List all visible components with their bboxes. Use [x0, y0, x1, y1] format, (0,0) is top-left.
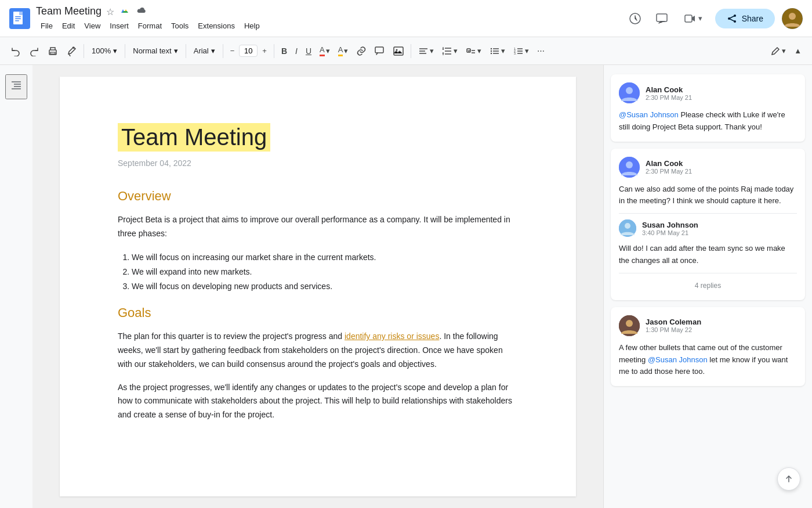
comment-card-3: Jason Coleman 1:30 PM May 22 A few other… [611, 307, 805, 386]
comment-card-2: Alan Cook 2:30 PM May 21 Can we also add… [611, 149, 805, 300]
reply-susan-meta: Susan Johnson 3:40 PM May 21 [642, 221, 698, 236]
toolbar-divider-5 [274, 44, 274, 58]
document-title[interactable]: Team Meeting [118, 123, 270, 152]
print-button[interactable] [44, 42, 61, 60]
font-size-input[interactable] [239, 45, 258, 57]
document-area[interactable]: Team Meeting September 04, 2022 Overview… [32, 65, 603, 508]
user-avatar[interactable] [782, 8, 803, 29]
svg-text:3.: 3. [514, 52, 516, 55]
goals-paragraph-1[interactable]: The plan for this quarter is to review t… [118, 330, 518, 371]
font-size-control: − + [227, 43, 270, 59]
comment-insert-button[interactable] [371, 42, 389, 60]
comment-3-body: A few other bullets that came out of the… [619, 342, 797, 378]
menu-edit[interactable]: Edit [57, 19, 79, 33]
svg-rect-18 [375, 47, 383, 53]
svg-rect-17 [50, 52, 55, 54]
link-button[interactable] [353, 42, 370, 60]
font-size-increase[interactable]: + [259, 43, 270, 59]
paragraph-style-selector[interactable]: Normal text ▾ [129, 44, 182, 58]
line-spacing-button[interactable]: ▾ [438, 42, 461, 60]
comment-2-body: Can we also add some of the points Raj m… [619, 183, 797, 208]
reply-susan-time: 3:40 PM May 21 [642, 229, 698, 236]
goals-para1-before: The plan for this quarter is to review t… [118, 332, 345, 341]
goals-paragraph-2[interactable]: As the project progresses, we'll identif… [118, 381, 518, 422]
font-size-decrease[interactable]: − [227, 43, 238, 59]
comment-3-time: 1:30 PM May 22 [646, 326, 701, 333]
comment-2-header: Alan Cook 2:30 PM May 21 [619, 157, 797, 178]
font-family-value: Arial [194, 46, 209, 55]
bold-button[interactable]: B [278, 43, 291, 59]
zoom-value: 100% [92, 46, 111, 55]
video-chevron: ▾ [698, 14, 702, 23]
more-options-button[interactable]: ⋯ [534, 43, 548, 59]
svg-point-32 [491, 52, 492, 53]
menu-format[interactable]: Format [133, 19, 166, 33]
text-color-button[interactable]: A ▾ [316, 42, 334, 60]
document-page[interactable]: Team Meeting September 04, 2022 Overview… [60, 77, 576, 496]
share-label: Share [742, 14, 763, 23]
underline-button[interactable]: U [302, 43, 315, 59]
comment-3-avatar [619, 315, 640, 336]
list-item[interactable]: We will expand into new markets. [132, 265, 518, 279]
comment-2-time: 2:30 PM May 21 [646, 168, 692, 175]
drive-button[interactable] [119, 4, 132, 19]
pen-tool-button[interactable]: ▾ [767, 42, 789, 60]
comment-1-body: @Susan Johnson Please check with Luke if… [619, 109, 797, 134]
svg-rect-3 [15, 16, 21, 17]
svg-point-31 [491, 50, 492, 51]
comment-3-author: Jason Coleman [646, 318, 701, 326]
align-button[interactable]: ▾ [415, 42, 437, 60]
checklist-button[interactable]: ▾ [462, 42, 485, 60]
overview-paragraph[interactable]: Project Beta is a project that aims to i… [118, 213, 518, 241]
goals-para1-highlight: identify any risks or issues [345, 332, 439, 341]
menu-file[interactable]: File [36, 19, 57, 33]
undo-button[interactable] [7, 42, 24, 60]
toolbar-divider-1 [84, 44, 84, 58]
paint-format-button[interactable] [63, 42, 80, 60]
menu-help[interactable]: Help [240, 19, 264, 33]
highlight-button[interactable]: A ▾ [335, 42, 352, 60]
comment-1-mention: @Susan Johnson [619, 110, 679, 119]
title-section: Team Meeting ☆ File Edit View Insert For… [36, 4, 625, 33]
comment-card-1: Alan Cook 2:30 PM May 21 @Susan Johnson … [611, 74, 805, 142]
redo-button[interactable] [26, 42, 43, 60]
comments-panel: Alan Cook 2:30 PM May 21 @Susan Johnson … [603, 65, 812, 508]
menu-insert[interactable]: Insert [105, 19, 133, 33]
text-color-label: A [320, 45, 325, 56]
font-family-selector[interactable]: Arial ▾ [190, 44, 219, 58]
reply-susan: Susan Johnson 3:40 PM May 21 Will do! I … [619, 219, 797, 267]
svg-point-49 [626, 161, 633, 168]
zoom-selector[interactable]: 100% ▾ [88, 44, 121, 58]
checklist-chevron-icon: ▾ [477, 46, 481, 55]
menu-extensions[interactable]: Extensions [193, 19, 240, 33]
number-list-button[interactable]: 1.2.3. ▾ [510, 42, 532, 60]
bullet-list-button[interactable]: ▾ [486, 42, 509, 60]
menu-tools[interactable]: Tools [166, 19, 193, 33]
toolbar-collapse-button[interactable]: ▲ [791, 43, 805, 59]
comment-1-author: Alan Cook [646, 85, 692, 94]
outline-toggle-button[interactable] [5, 74, 27, 99]
number-list-chevron-icon: ▾ [525, 46, 529, 55]
svg-point-15 [789, 13, 796, 20]
scroll-to-top-button[interactable] [777, 467, 800, 491]
history-button[interactable] [625, 9, 645, 28]
comment-1-meta: Alan Cook 2:30 PM May 21 [646, 85, 692, 101]
overview-heading: Overview [118, 189, 518, 204]
replies-count[interactable]: 4 replies [619, 279, 797, 292]
comments-button[interactable] [652, 9, 672, 28]
italic-button[interactable]: I [292, 43, 301, 59]
list-item[interactable]: We will focus on increasing our market s… [132, 250, 518, 265]
cloud-button[interactable] [135, 4, 148, 19]
doc-title[interactable]: Team Meeting [36, 5, 102, 18]
reply-susan-header: Susan Johnson 3:40 PM May 21 [619, 219, 797, 237]
svg-rect-19 [394, 47, 403, 55]
svg-rect-5 [15, 20, 19, 21]
image-button[interactable] [390, 42, 407, 60]
toolbar-divider-3 [186, 44, 186, 58]
list-item[interactable]: We will focus on developing new products… [132, 279, 518, 294]
menu-view[interactable]: View [79, 19, 105, 33]
star-button[interactable]: ☆ [105, 5, 115, 19]
share-button[interactable]: Share [715, 9, 775, 28]
paragraph-style-value: Normal text [133, 46, 171, 55]
video-button[interactable]: ▾ [679, 9, 708, 28]
